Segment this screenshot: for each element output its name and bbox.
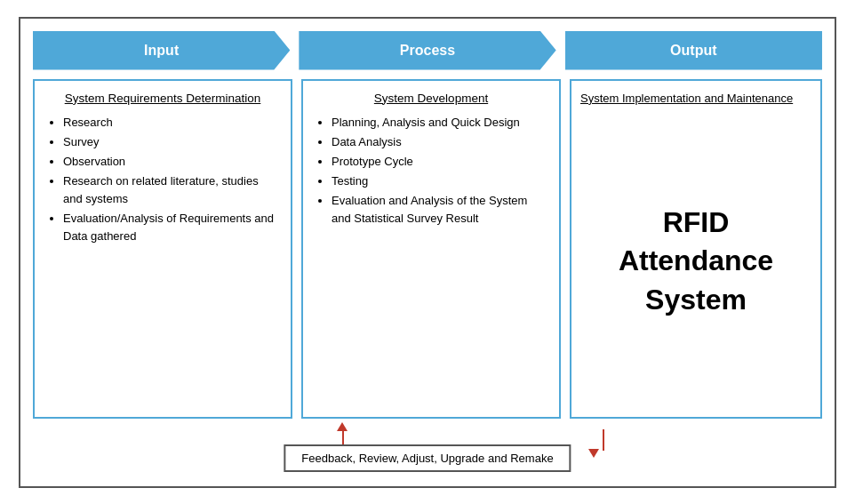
input-item-3: Observation [63, 153, 278, 171]
process-item-3: Prototype Cycle [332, 153, 547, 171]
output-subtitle: System Implementation and Maintenance [580, 92, 793, 105]
header-input: Input [33, 31, 290, 70]
arrow-up-head [337, 422, 348, 431]
input-item-2: Survey [63, 133, 278, 151]
feedback-box: Feedback, Review, Adjust, Upgrade and Re… [284, 444, 571, 472]
process-item-2: Data Analysis [332, 133, 547, 151]
process-item-1: Planning, Analysis and Quick Design [332, 114, 547, 132]
output-box: System Implementation and Maintenance RF… [570, 79, 822, 419]
process-label: Process [400, 43, 455, 59]
input-item-5: Evaluation/Analysis of Requirements and … [63, 210, 278, 245]
process-list: Planning, Analysis and Quick Design Data… [316, 114, 547, 228]
process-item-4: Testing [332, 172, 547, 190]
feedback-label: Feedback, Review, Adjust, Upgrade and Re… [301, 452, 553, 465]
content-row: System Requirements Determination Resear… [33, 79, 822, 419]
input-item-4: Research on related literature, studies … [63, 172, 278, 208]
arrow-down-line [603, 429, 604, 451]
header-row: Input Process Output [33, 31, 822, 70]
feedback-row: Feedback, Review, Adjust, Upgrade and Re… [33, 426, 822, 474]
process-box: System Development Planning, Analysis an… [301, 79, 561, 419]
input-item-1: Research [63, 114, 278, 132]
input-title: System Requirements Determination [47, 92, 278, 105]
input-box: System Requirements Determination Resear… [33, 79, 292, 419]
header-output: Output [565, 31, 822, 70]
input-list: Research Survey Observation Research on … [47, 114, 278, 246]
output-main-text: RFIDAttendanceSystem [580, 117, 811, 406]
input-label: Input [144, 43, 179, 59]
rfid-system-text: RFIDAttendanceSystem [619, 204, 773, 319]
process-title: System Development [316, 92, 547, 105]
diagram-wrapper: Input Process Output System Requirements… [19, 17, 836, 488]
header-process: Process [299, 31, 555, 70]
arrow-down-head [588, 449, 599, 458]
output-label: Output [670, 43, 716, 59]
process-item-5: Evaluation and Analysis of the System an… [332, 192, 547, 228]
